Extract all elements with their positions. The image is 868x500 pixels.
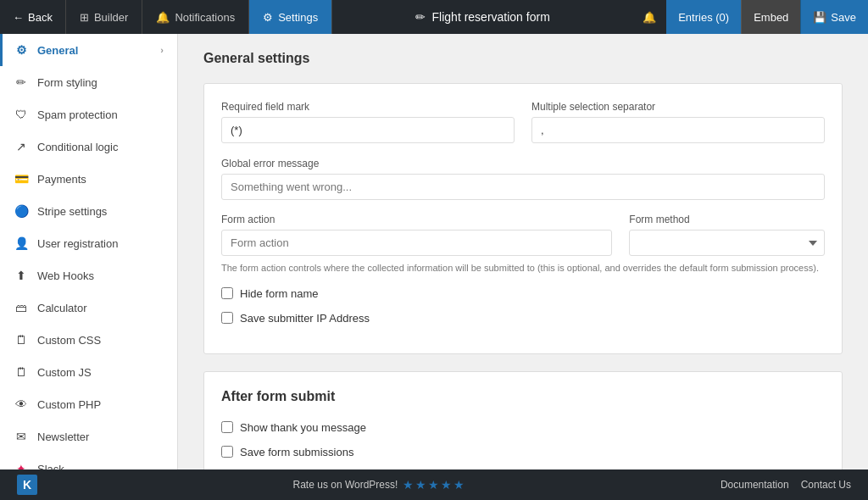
save-form-submissions-checkbox[interactable] [221, 446, 233, 458]
sidebar-item-stripe-settings[interactable]: 🔵 Stripe settings [0, 195, 177, 227]
sidebar-item-form-styling[interactable]: ✏ Form styling [0, 66, 177, 98]
top-bar-right: 🔔 Entries (0) Embed 💾 Save [632, 0, 868, 34]
pencil-icon: ✏ [14, 75, 29, 90]
calculator-icon: 🗃 [14, 300, 29, 315]
hide-form-name-checkbox[interactable] [221, 287, 233, 299]
save-form-submissions-label: Save form submissions [240, 446, 353, 458]
user-icon: 👤 [14, 236, 29, 251]
top-bar: ← Back ⊞ Builder 🔔 Notifications ⚙ Setti… [0, 0, 868, 34]
after-form-submit-card: After form submit Show thank you message… [203, 371, 843, 470]
builder-tab[interactable]: ⊞ Builder [66, 0, 142, 34]
save-form-submissions-row[interactable]: Save form submissions [221, 446, 825, 458]
save-icon: 💾 [813, 11, 826, 24]
form-action-label: Form action [221, 214, 612, 225]
save-submitter-ip-row[interactable]: Save submitter IP Address [221, 312, 825, 325]
email-icon: ✉ [14, 429, 29, 444]
show-thank-you-label: Show thank you message [240, 421, 366, 434]
save-submitter-ip-label: Save submitter IP Address [240, 312, 370, 325]
form-method-label: Form method [629, 214, 825, 225]
star-5: ★ [453, 478, 465, 492]
entries-button[interactable]: Entries (0) [666, 0, 741, 34]
sidebar-item-spam-protection[interactable]: 🛡 Spam protection [0, 98, 177, 131]
footer: K Rate us on WordPress! ★ ★ ★ ★ ★ Docume… [0, 469, 868, 500]
edit-icon: ✏ [415, 10, 426, 24]
show-thank-you-row[interactable]: Show thank you message [221, 421, 825, 434]
sidebar-item-label: Payments [37, 173, 86, 186]
sidebar-item-calculator[interactable]: 🗃 Calculator [0, 292, 177, 324]
form-title-area: ✏ Flight reservation form [332, 10, 632, 24]
sidebar-item-label: Stripe settings [37, 205, 107, 218]
save-label: Save [831, 11, 856, 24]
general-settings-title: General settings [203, 51, 843, 66]
sidebar-item-user-registration[interactable]: 👤 User registration [0, 227, 177, 259]
sidebar-item-label: Newsletter [37, 431, 89, 443]
notifications-tab[interactable]: 🔔 Notifications [142, 0, 249, 34]
documentation-link[interactable]: Documentation [721, 479, 789, 491]
top-bar-left: ← Back ⊞ Builder 🔔 Notifications ⚙ Setti… [0, 0, 332, 34]
sidebar-item-custom-js[interactable]: 🗒 Custom JS [0, 356, 177, 388]
sidebar-item-label: Slack [37, 463, 64, 470]
show-thank-you-checkbox[interactable] [221, 421, 233, 433]
multiple-selection-separator-label: Multiple selection separator [531, 101, 825, 113]
sidebar-item-label: Spam protection [37, 108, 118, 121]
php-icon: 👁 [14, 397, 29, 412]
main-layout: ⚙ General › ✏ Form styling 🛡 Spam protec… [0, 34, 868, 469]
sidebar-item-conditional-logic[interactable]: ↗ Conditional logic [0, 131, 177, 163]
builder-label: Builder [94, 11, 128, 24]
star-3: ★ [428, 478, 439, 492]
gear-icon: ⚙ [14, 42, 29, 58]
sidebar-item-label: Web Hooks [37, 269, 94, 282]
sidebar-item-slack[interactable]: ✦ Slack [0, 453, 177, 469]
multiple-selection-separator-group: Multiple selection separator [531, 101, 825, 143]
global-error-message-input[interactable] [221, 174, 825, 200]
hide-form-name-label: Hide form name [240, 287, 318, 300]
shield-icon: 🛡 [14, 107, 29, 122]
multiple-selection-separator-input[interactable] [531, 117, 825, 143]
embed-button[interactable]: Embed [741, 0, 800, 34]
settings-label: Settings [278, 11, 318, 24]
required-field-mark-group: Required field mark [221, 101, 515, 143]
bell-icon: 🔔 [156, 11, 170, 24]
form-action-group: Form action [221, 214, 612, 256]
form-action-input[interactable] [221, 230, 612, 256]
sidebar-item-custom-css[interactable]: 🗒 Custom CSS [0, 324, 177, 356]
sidebar-item-custom-php[interactable]: 👁 Custom PHP [0, 388, 177, 420]
sidebar-item-general[interactable]: ⚙ General › [0, 34, 177, 66]
stars-container: ★ ★ ★ ★ ★ [403, 478, 465, 492]
settings-card-main: Required field mark Multiple selection s… [203, 83, 843, 354]
hide-form-name-row[interactable]: Hide form name [221, 287, 825, 300]
form-action-help: The form action controls where the colle… [221, 261, 825, 275]
rate-us-text: Rate us on WordPress! [293, 479, 398, 491]
save-submitter-ip-checkbox[interactable] [221, 312, 233, 324]
notification-bell-button[interactable]: 🔔 [632, 11, 666, 24]
save-button[interactable]: 💾 Save [800, 0, 868, 34]
settings-icon: ⚙ [263, 11, 273, 24]
sidebar: ⚙ General › ✏ Form styling 🛡 Spam protec… [0, 34, 178, 469]
form-method-select[interactable]: GET POST [629, 230, 825, 256]
back-label: Back [28, 11, 53, 24]
back-arrow-icon: ← [13, 11, 24, 24]
star-4: ★ [441, 478, 452, 492]
credit-card-icon: 💳 [14, 171, 29, 186]
js-icon: 🗒 [14, 364, 29, 380]
sidebar-item-newsletter[interactable]: ✉ Newsletter [0, 420, 177, 453]
contact-us-link[interactable]: Contact Us [801, 479, 851, 491]
back-button[interactable]: ← Back [0, 0, 66, 34]
sidebar-item-label: General [37, 44, 78, 57]
webhook-icon: ⬆ [14, 268, 29, 283]
settings-tab[interactable]: ⚙ Settings [249, 0, 332, 34]
sidebar-item-payments[interactable]: 💳 Payments [0, 163, 177, 195]
global-error-message-group: Global error message [221, 157, 825, 200]
sidebar-item-label: Custom PHP [37, 398, 101, 411]
sidebar-item-label: Conditional logic [37, 141, 118, 153]
logic-icon: ↗ [14, 139, 29, 154]
footer-links: Documentation Contact Us [721, 479, 851, 491]
slack-icon: ✦ [14, 461, 29, 469]
global-error-message-label: Global error message [221, 158, 319, 169]
sidebar-item-label: Form styling [37, 76, 97, 89]
chevron-right-icon: › [160, 45, 164, 55]
required-field-mark-input[interactable] [221, 117, 515, 143]
css-icon: 🗒 [14, 332, 29, 347]
sidebar-item-web-hooks[interactable]: ⬆ Web Hooks [0, 259, 177, 292]
star-2: ★ [415, 478, 426, 492]
